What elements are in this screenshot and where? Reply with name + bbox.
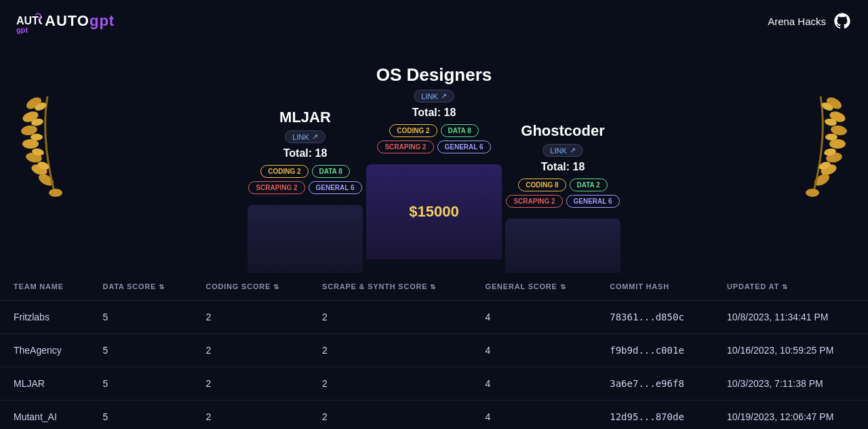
- table-row: Mutant_AI 5 2 2 4 12d95...870de 10/19/20…: [0, 400, 868, 430]
- first-card-info: OS Designers LINK ↗ Total: 18 CODING 2 D…: [366, 64, 502, 164]
- second-score-badges: CODING 2 DATA 8 SCRAPING 2 GENERAL 6: [237, 165, 373, 194]
- podium-section: MLJAR LINK ↗ Total: 18 CODING 2 DATA 8 S…: [0, 42, 868, 273]
- svg-point-9: [49, 189, 62, 197]
- cell-general-score: 4: [472, 334, 597, 367]
- table-row: TheAgency 5 2 2 4 f9b9d...c001e 10/16/20…: [0, 334, 868, 367]
- second-data-badge: DATA 8: [312, 165, 350, 178]
- cell-updated-at: 10/8/2023, 11:34:41 PM: [713, 301, 868, 334]
- third-data-badge: DATA 2: [570, 179, 608, 191]
- sort-icon-coding: ⇅: [273, 283, 279, 291]
- svg-point-12: [31, 134, 43, 141]
- second-team-name: MLJAR: [279, 109, 331, 126]
- third-team-name: Ghostcoder: [521, 122, 604, 140]
- cell-data-score: 5: [89, 367, 192, 400]
- second-link-badge[interactable]: LINK ↗: [285, 130, 325, 143]
- prize-text: $15000: [409, 203, 458, 221]
- laurel-left-decoration: [20, 69, 88, 214]
- logo-text: AUTOgpt: [45, 12, 115, 30]
- external-link-icon: ↗: [312, 132, 318, 141]
- svg-point-22: [806, 189, 819, 197]
- podium-container: MLJAR LINK ↗ Total: 18 CODING 2 DATA 8 S…: [129, 64, 739, 273]
- second-scraping-badge: SCRAPING 2: [248, 181, 304, 194]
- github-icon[interactable]: [833, 12, 852, 31]
- third-link-badge[interactable]: LINK ↗: [542, 144, 583, 157]
- arena-hacks-label: Arena Hacks: [768, 16, 826, 27]
- first-podium-block: $15000: [366, 164, 502, 259]
- cell-updated-at: 10/3/2023, 7:11:38 PM: [713, 367, 868, 400]
- header-right: Arena Hacks: [768, 12, 852, 31]
- logo-icon: AUTO gpt: [16, 8, 42, 34]
- cell-general-score: 4: [472, 301, 597, 334]
- cell-commit-hash: 78361...d850c: [596, 301, 713, 334]
- sort-icon-scrape: ⇅: [430, 283, 436, 291]
- svg-point-25: [825, 134, 837, 141]
- first-coding-badge: CODING 2: [389, 124, 437, 137]
- col-commit-hash: COMMIT HASH: [596, 273, 713, 301]
- first-score-badges: CODING 2 DATA 8 SCRAPING 2 GENERAL 6: [366, 124, 502, 153]
- table-header: TEAM NAME DATA SCORE ⇅ CODING SCORE ⇅: [0, 273, 868, 301]
- second-coding-badge: CODING 2: [260, 165, 308, 178]
- third-general-badge: GENERAL 6: [566, 195, 620, 208]
- first-scraping-badge: SCRAPING 2: [377, 141, 433, 153]
- leaderboard-table: TEAM NAME DATA SCORE ⇅ CODING SCORE ⇅: [0, 273, 868, 429]
- cell-coding-score: 2: [192, 400, 309, 430]
- cell-general-score: 4: [472, 400, 597, 430]
- header: AUTO gpt AUTOgpt Arena Hacks: [0, 0, 868, 42]
- col-scrape-score[interactable]: SCRAPE & SYNTH SCORE ⇅: [309, 273, 472, 301]
- cell-team-name: MLJAR: [0, 367, 89, 400]
- cell-scrape-score: 2: [309, 301, 472, 334]
- cell-commit-hash: f9b9d...c001e: [596, 334, 713, 367]
- table-section: TEAM NAME DATA SCORE ⇅ CODING SCORE ⇅: [0, 273, 868, 429]
- podium-card-first: OS Designers LINK ↗ Total: 18 CODING 2 D…: [366, 64, 502, 259]
- cell-data-score: 5: [89, 334, 192, 367]
- cell-commit-hash: 12d95...870de: [596, 400, 713, 430]
- third-score-badges: CODING 8 DATA 2 SCRAPING 2 GENERAL 6: [495, 179, 631, 208]
- cell-team-name: Mutant_AI: [0, 400, 89, 430]
- cell-coding-score: 2: [192, 334, 309, 367]
- cell-data-score: 5: [89, 400, 192, 430]
- second-total: Total: 18: [283, 147, 328, 160]
- sort-icon-general: ⇅: [560, 283, 566, 291]
- cell-updated-at: 10/19/2023, 12:06:47 PM: [713, 400, 868, 430]
- cell-coding-score: 2: [192, 367, 309, 400]
- third-total: Total: 18: [541, 161, 585, 173]
- cell-commit-hash: 3a6e7...e96f8: [596, 367, 713, 400]
- svg-point-5: [22, 139, 39, 149]
- second-card-info: MLJAR LINK ↗ Total: 18 CODING 2 DATA 8 S…: [237, 109, 373, 205]
- sort-icon-updated: ⇅: [782, 283, 788, 291]
- logo[interactable]: AUTO gpt AUTOgpt: [16, 8, 115, 34]
- cell-coding-score: 2: [192, 301, 309, 334]
- svg-text:gpt: gpt: [16, 26, 28, 34]
- table-row: MLJAR 5 2 2 4 3a6e7...e96f8 10/3/2023, 7…: [0, 367, 868, 400]
- third-coding-badge: CODING 8: [518, 179, 566, 191]
- cell-data-score: 5: [89, 301, 192, 334]
- second-general-badge: GENERAL 6: [309, 181, 362, 194]
- cell-general-score: 4: [472, 367, 597, 400]
- first-general-badge: GENERAL 6: [437, 141, 491, 153]
- second-podium-block: [248, 205, 363, 273]
- svg-text:AUTO: AUTO: [16, 15, 42, 26]
- table-row: Fritzlabs 5 2 2 4 78361...d850c 10/8/202…: [0, 301, 868, 334]
- col-updated-at[interactable]: UPDATED AT ⇅: [713, 273, 868, 301]
- podium-card-second: MLJAR LINK ↗ Total: 18 CODING 2 DATA 8 S…: [237, 109, 373, 273]
- cell-scrape-score: 2: [309, 334, 472, 367]
- first-data-badge: DATA 8: [441, 124, 479, 137]
- cell-scrape-score: 2: [309, 400, 472, 430]
- cell-updated-at: 10/16/2023, 10:59:25 PM: [713, 334, 868, 367]
- third-podium-block: [505, 219, 620, 273]
- first-link-badge[interactable]: LINK ↗: [414, 90, 454, 102]
- col-coding-score[interactable]: CODING SCORE ⇅: [192, 273, 309, 301]
- external-link-icon-first: ↗: [441, 92, 447, 100]
- svg-point-18: [829, 139, 846, 149]
- first-total: Total: 18: [412, 107, 456, 119]
- cell-scrape-score: 2: [309, 367, 472, 400]
- sort-icon-data: ⇅: [159, 283, 165, 291]
- cell-team-name: TheAgency: [0, 334, 89, 367]
- table-body: Fritzlabs 5 2 2 4 78361...d850c 10/8/202…: [0, 301, 868, 430]
- col-data-score[interactable]: DATA SCORE ⇅: [89, 273, 192, 301]
- first-team-name: OS Designers: [376, 64, 492, 86]
- col-general-score[interactable]: GENERAL SCORE ⇅: [472, 273, 597, 301]
- laurel-right-decoration: [780, 69, 848, 214]
- external-link-icon-third: ↗: [570, 146, 576, 155]
- third-scraping-badge: SCRAPING 2: [506, 195, 562, 208]
